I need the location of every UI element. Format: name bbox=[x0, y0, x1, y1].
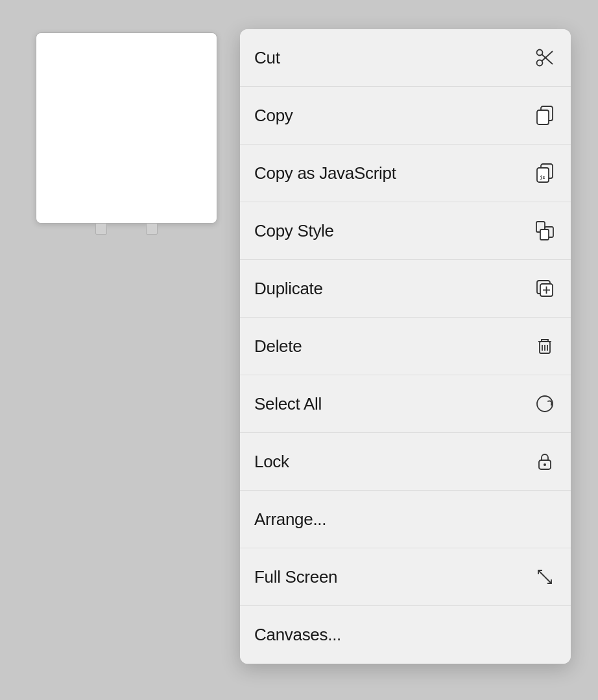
copy-style-icon bbox=[533, 219, 556, 242]
menu-item-copy[interactable]: Copy bbox=[240, 87, 571, 145]
menu-item-duplicate[interactable]: Duplicate bbox=[240, 260, 571, 318]
menu-item-select-all[interactable]: Select All bbox=[240, 375, 571, 433]
copy-js-icon: js bbox=[533, 161, 556, 185]
menu-item-canvases[interactable]: Canvases... bbox=[240, 606, 571, 664]
canvas-foot-right bbox=[146, 223, 158, 235]
canvas-preview bbox=[36, 32, 217, 224]
menu-item-cut[interactable]: Cut bbox=[240, 29, 571, 87]
svg-point-0 bbox=[537, 60, 543, 66]
trash-icon bbox=[533, 334, 556, 358]
menu-item-lock[interactable]: Lock bbox=[240, 433, 571, 491]
svg-text:js: js bbox=[540, 175, 545, 180]
svg-line-24 bbox=[545, 577, 551, 583]
duplicate-icon bbox=[533, 277, 556, 300]
canvas-foot-left bbox=[95, 223, 107, 235]
fullscreen-icon bbox=[533, 565, 556, 589]
canvases-icon bbox=[533, 624, 556, 647]
menu-item-delete[interactable]: Delete bbox=[240, 318, 571, 375]
svg-point-22 bbox=[544, 463, 546, 466]
context-menu: Cut Copy Copy as JavaScript bbox=[240, 29, 571, 664]
scissors-icon bbox=[533, 46, 556, 69]
svg-point-1 bbox=[537, 50, 543, 56]
copy-icon bbox=[533, 104, 556, 127]
svg-point-20 bbox=[537, 396, 553, 412]
svg-rect-11 bbox=[540, 229, 549, 240]
menu-item-copy-style[interactable]: Copy Style bbox=[240, 202, 571, 260]
menu-item-copy-js[interactable]: Copy as JavaScript js bbox=[240, 145, 571, 202]
lock-icon bbox=[533, 450, 556, 473]
svg-rect-5 bbox=[537, 110, 549, 124]
menu-item-full-screen[interactable]: Full Screen bbox=[240, 548, 571, 606]
select-all-icon bbox=[533, 392, 556, 415]
menu-item-arrange[interactable]: Arrange... bbox=[240, 491, 571, 548]
svg-line-23 bbox=[538, 570, 545, 577]
arrange-icon bbox=[533, 508, 556, 531]
